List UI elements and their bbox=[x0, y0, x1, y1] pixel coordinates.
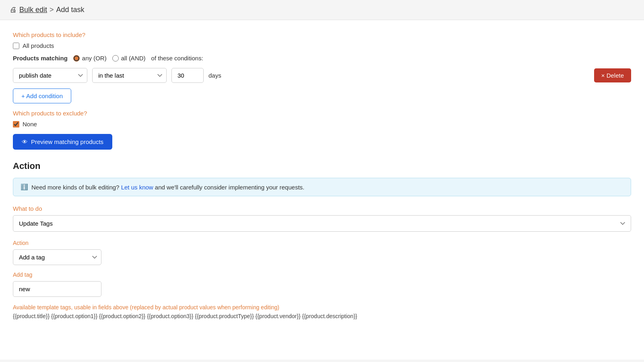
condition-days-input[interactable]: 30 bbox=[171, 68, 204, 83]
delete-button[interactable]: × Delete bbox=[594, 68, 631, 82]
info-banner: ℹ️ Need more kinds of bulk editing? Let … bbox=[13, 178, 631, 196]
all-products-checkbox[interactable] bbox=[13, 43, 19, 49]
exclude-row: None bbox=[13, 121, 631, 128]
products-matching-label: Products matching bbox=[13, 55, 68, 62]
add-condition-button[interactable]: + Add condition bbox=[13, 88, 71, 103]
all-and-option[interactable]: all (AND) bbox=[112, 55, 146, 62]
any-or-label: any (OR) bbox=[82, 55, 107, 62]
all-products-label: All products bbox=[23, 42, 54, 49]
current-page-label: Add task bbox=[56, 6, 85, 14]
none-label: None bbox=[23, 121, 37, 128]
let-us-know-link[interactable]: Let us know bbox=[121, 184, 153, 191]
add-tag-input[interactable] bbox=[13, 281, 101, 297]
condition-field-select[interactable]: publish date title vendor tag product ty… bbox=[13, 68, 87, 83]
what-to-do-select[interactable]: Update Tags Update Price Update Compare … bbox=[13, 215, 631, 232]
any-or-radio[interactable] bbox=[73, 55, 80, 62]
all-and-label: all (AND) bbox=[121, 55, 146, 62]
exclude-question: Which products to exclude? bbox=[13, 110, 631, 117]
action-sub-label: Action bbox=[13, 240, 631, 246]
breadcrumb: 🖨 Bulk edit > Add task bbox=[0, 0, 644, 20]
breadcrumb-separator: > bbox=[50, 6, 54, 14]
bulk-edit-link[interactable]: Bulk edit bbox=[19, 6, 47, 14]
eye-icon: 👁 bbox=[22, 138, 28, 145]
all-products-row: All products bbox=[13, 42, 631, 49]
what-to-do-label: What to do bbox=[13, 205, 631, 212]
conditions-suffix: of these conditions: bbox=[151, 55, 203, 62]
none-exclude-checkbox[interactable] bbox=[13, 121, 19, 128]
condition-row: publish date title vendor tag product ty… bbox=[13, 68, 631, 83]
template-tags-text: {{product.title}} {{product.option1}} {{… bbox=[13, 313, 631, 319]
main-content: Which products to include? All products … bbox=[0, 20, 644, 360]
printer-icon: 🖨 bbox=[10, 6, 17, 14]
banner-text: Need more kinds of bulk editing? Let us … bbox=[31, 184, 304, 191]
action-sub-select[interactable]: Add a tag Remove a tag Replace a tag bbox=[13, 249, 101, 265]
exclude-section: Which products to exclude? None bbox=[13, 110, 631, 128]
add-tag-label: Add tag bbox=[13, 272, 631, 278]
info-icon: ℹ️ bbox=[21, 183, 28, 191]
any-or-option[interactable]: any (OR) bbox=[73, 55, 107, 62]
days-label: days bbox=[208, 72, 221, 79]
include-question: Which products to include? bbox=[13, 31, 631, 38]
preview-button-label: Preview matching products bbox=[31, 138, 103, 145]
condition-operator-select[interactable]: in the last is before is after is exactl… bbox=[92, 68, 167, 83]
action-title: Action bbox=[13, 161, 631, 171]
all-and-radio[interactable] bbox=[112, 55, 119, 62]
products-matching-row: Products matching any (OR) all (AND) of … bbox=[13, 55, 631, 62]
preview-button[interactable]: 👁 Preview matching products bbox=[13, 134, 112, 150]
template-tags-label: Available template tags, usable in field… bbox=[13, 304, 631, 311]
